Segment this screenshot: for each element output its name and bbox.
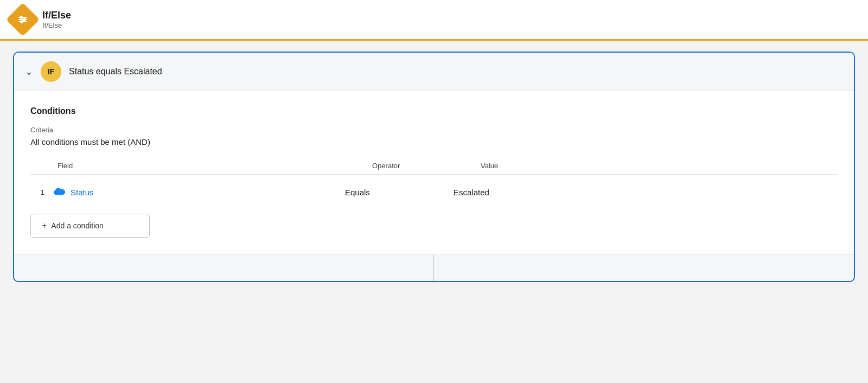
collapse-chevron-icon[interactable]: ⌄: [25, 66, 33, 78]
operator-cell: Equals: [345, 188, 454, 197]
table-header: Field Operator Value: [30, 162, 838, 175]
svg-point-5: [21, 21, 23, 23]
footer-right: [434, 254, 854, 281]
salesforce-cloud-icon: [50, 187, 65, 197]
footer-left: [14, 254, 434, 281]
col-header-field: Field: [58, 162, 372, 170]
criteria-label: Criteria: [30, 126, 838, 134]
col-header-value: Value: [481, 162, 643, 170]
main-content: ⌄ IF Status equals Escalated Conditions …: [0, 41, 868, 293]
table-row: 1 Status Equals Escalated: [30, 181, 838, 203]
header-subtitle: If/Else: [42, 21, 71, 29]
card-header-title: Status equals Escalated: [69, 67, 162, 76]
conditions-table: Field Operator Value 1 Status Equals: [30, 162, 838, 203]
if-else-card: ⌄ IF Status equals Escalated Conditions …: [13, 52, 855, 282]
app-icon: [6, 3, 40, 36]
value-cell: Escalated: [454, 188, 616, 197]
plus-icon: +: [42, 221, 47, 231]
card-body: Conditions Criteria All conditions must …: [14, 91, 854, 254]
add-condition-button[interactable]: + Add a condition: [30, 214, 150, 238]
card-footer: [14, 254, 854, 281]
col-header-operator: Operator: [372, 162, 481, 170]
row-number: 1: [30, 188, 44, 196]
header-title: If/Else: [42, 10, 71, 21]
app-header: If/Else If/Else: [0, 0, 868, 41]
header-text: If/Else If/Else: [42, 10, 71, 29]
if-badge: IF: [41, 61, 61, 82]
card-header: ⌄ IF Status equals Escalated: [14, 53, 854, 91]
svg-point-3: [20, 16, 23, 19]
svg-point-4: [23, 18, 26, 21]
conditions-section-title: Conditions: [30, 106, 838, 116]
row-field-cell: 1 Status: [30, 187, 345, 197]
criteria-value: All conditions must be met (AND): [30, 137, 838, 146]
add-condition-label: Add a condition: [51, 221, 104, 230]
field-link[interactable]: Status: [71, 188, 94, 197]
